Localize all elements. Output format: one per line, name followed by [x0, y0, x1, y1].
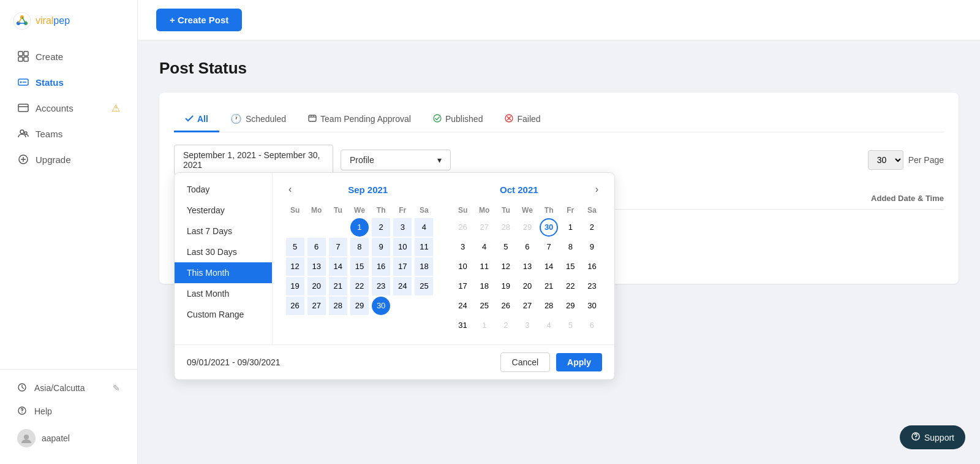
cal-day-oct-7[interactable]: 7 [540, 238, 558, 256]
cal-day-oct-23[interactable]: 23 [582, 277, 601, 295]
qs-lastmonth[interactable]: Last Month [175, 283, 272, 304]
cal-day-sep-25[interactable]: 25 [415, 277, 433, 295]
cal-day-oct-12[interactable]: 12 [497, 257, 515, 276]
cal-day-sep-7[interactable]: 7 [329, 238, 347, 256]
date-range-input[interactable]: September 1, 2021 - September 30, 2021 [174, 145, 333, 175]
cal-day-oct-9[interactable]: 9 [582, 238, 601, 256]
profile-select[interactable]: Profile ▾ [341, 150, 451, 170]
cal-day-sep-30[interactable]: 30 [372, 297, 390, 315]
cal-day-sep-21[interactable]: 21 [329, 277, 347, 295]
cal-day-sep-16[interactable]: 16 [372, 257, 390, 276]
calendar-section: ‹ Sep 2021 Su Mo Tu We Th Fr Sa [273, 173, 614, 344]
cal-day-oct-20[interactable]: 20 [518, 277, 537, 295]
cal-day-oct-25[interactable]: 25 [475, 297, 494, 315]
cal-day[interactable] [329, 218, 347, 237]
tab-failed[interactable]: Failed [494, 107, 551, 132]
cal-day-sep-22[interactable]: 22 [350, 277, 369, 295]
tab-all[interactable]: All [174, 107, 219, 132]
cal-day-sep-14[interactable]: 14 [329, 257, 347, 276]
svg-point-0 [13, 12, 31, 29]
cal-day-oct-13[interactable]: 13 [518, 257, 537, 276]
create-post-button[interactable]: + Create Post [156, 9, 242, 31]
cal-day-sep-18[interactable]: 18 [415, 257, 433, 276]
cal-day-oct-16[interactable]: 16 [582, 257, 601, 276]
cal-day-oct-31[interactable]: 31 [454, 316, 472, 335]
cal-day-sep-1[interactable]: 1 [350, 218, 369, 237]
cal-next-button[interactable]: › [592, 183, 602, 196]
cal-day-oct-14[interactable]: 14 [540, 257, 558, 276]
cal-day-sep-28[interactable]: 28 [329, 297, 347, 315]
cal-day-sep-24[interactable]: 24 [393, 277, 412, 295]
sidebar-item-teams[interactable]: Teams [5, 121, 132, 146]
main-content: + Create Post Post Status All 🕐 Schedule… [138, 0, 980, 464]
apply-button[interactable]: Apply [556, 353, 602, 371]
cal-day-sep-20[interactable]: 20 [307, 277, 326, 295]
cal-day-sep-23[interactable]: 23 [372, 277, 390, 295]
cal-day-oct-30[interactable]: 30 [540, 218, 558, 237]
cal-day-oct-19[interactable]: 19 [497, 277, 515, 295]
cal-day-sep-15[interactable]: 15 [350, 257, 369, 276]
cal-day-oct-2[interactable]: 2 [582, 218, 601, 237]
cal-prev-button[interactable]: ‹ [285, 183, 295, 196]
cal-day-sep-2[interactable]: 2 [372, 218, 390, 237]
cal-day-oct-3[interactable]: 3 [454, 238, 472, 256]
cal-day-oct-6[interactable]: 6 [518, 238, 537, 256]
sidebar-user[interactable]: aapatel [5, 424, 132, 453]
cal-day-sep-10[interactable]: 10 [393, 238, 412, 256]
cal-day-oct-1[interactable]: 1 [561, 218, 579, 237]
cal-day-oct-15[interactable]: 15 [561, 257, 579, 276]
cal-day-sep-26[interactable]: 26 [286, 297, 304, 315]
cal-day-sep-8[interactable]: 8 [350, 238, 369, 256]
cal-day-oct-24[interactable]: 24 [454, 297, 472, 315]
per-page-select[interactable]: 30102050 [868, 150, 903, 170]
cal-day-oct-30b[interactable]: 30 [582, 297, 601, 315]
cal-day-oct-26[interactable]: 26 [497, 297, 515, 315]
svg-rect-14 [18, 104, 28, 112]
cal-day-oct-11[interactable]: 11 [475, 257, 494, 276]
cal-day-sep-12[interactable]: 12 [286, 257, 304, 276]
cal-day-sep-13[interactable]: 13 [307, 257, 326, 276]
cal-day-oct-27[interactable]: 27 [518, 297, 537, 315]
cal-day-oct-5[interactable]: 5 [497, 238, 515, 256]
cal-day-sep-11[interactable]: 11 [415, 238, 433, 256]
qs-last7[interactable]: Last 7 Days [175, 221, 272, 242]
cal-day-sep-3[interactable]: 3 [393, 218, 412, 237]
qs-last30[interactable]: Last 30 Days [175, 242, 272, 262]
edit-icon[interactable]: ✎ [113, 383, 120, 393]
sidebar-timezone[interactable]: Asia/Calcutta ✎ [5, 377, 132, 399]
cal-day-oct-18[interactable]: 18 [475, 277, 494, 295]
cal-day-sep-17[interactable]: 17 [393, 257, 412, 276]
cal-day-sep-5[interactable]: 5 [286, 238, 304, 256]
cancel-button[interactable]: Cancel [500, 352, 551, 372]
cal-day-sep-4[interactable]: 4 [415, 218, 433, 237]
cal-day-oct-17[interactable]: 17 [454, 277, 472, 295]
support-button[interactable]: Support [900, 425, 965, 449]
cal-day[interactable] [286, 218, 304, 237]
tab-published[interactable]: Published [422, 107, 494, 132]
cal-day-oct-10[interactable]: 10 [454, 257, 472, 276]
cal-day-oct-28[interactable]: 28 [540, 297, 558, 315]
cal-day-oct-8[interactable]: 8 [561, 238, 579, 256]
qs-yesterday[interactable]: Yesterday [175, 200, 272, 221]
cal-day-sep-27[interactable]: 27 [307, 297, 326, 315]
cal-day-sep-29[interactable]: 29 [350, 297, 369, 315]
cal-day-oct-22[interactable]: 22 [561, 277, 579, 295]
sidebar-item-accounts[interactable]: Accounts ⚠ [5, 96, 132, 120]
cal-day-sep-9[interactable]: 9 [372, 238, 390, 256]
cal-day: 5 [561, 316, 579, 335]
qs-thismonth[interactable]: This Month [175, 262, 272, 283]
sidebar-item-upgrade[interactable]: Upgrade [5, 147, 132, 172]
sidebar-item-status[interactable]: Status [5, 70, 132, 94]
cal-day-oct-29[interactable]: 29 [561, 297, 579, 315]
sidebar-help[interactable]: Help [5, 400, 132, 422]
qs-today[interactable]: Today [175, 179, 272, 200]
tab-team-pending[interactable]: Team Pending Approval [297, 107, 422, 132]
qs-custom[interactable]: Custom Range [175, 304, 272, 325]
cal-day-sep-6[interactable]: 6 [307, 238, 326, 256]
cal-day-sep-19[interactable]: 19 [286, 277, 304, 295]
sidebar-item-create[interactable]: Create [5, 44, 132, 69]
cal-day[interactable] [307, 218, 326, 237]
cal-day-oct-21[interactable]: 21 [540, 277, 558, 295]
cal-day-oct-4[interactable]: 4 [475, 238, 494, 256]
tab-scheduled[interactable]: 🕐 Scheduled [219, 107, 297, 132]
